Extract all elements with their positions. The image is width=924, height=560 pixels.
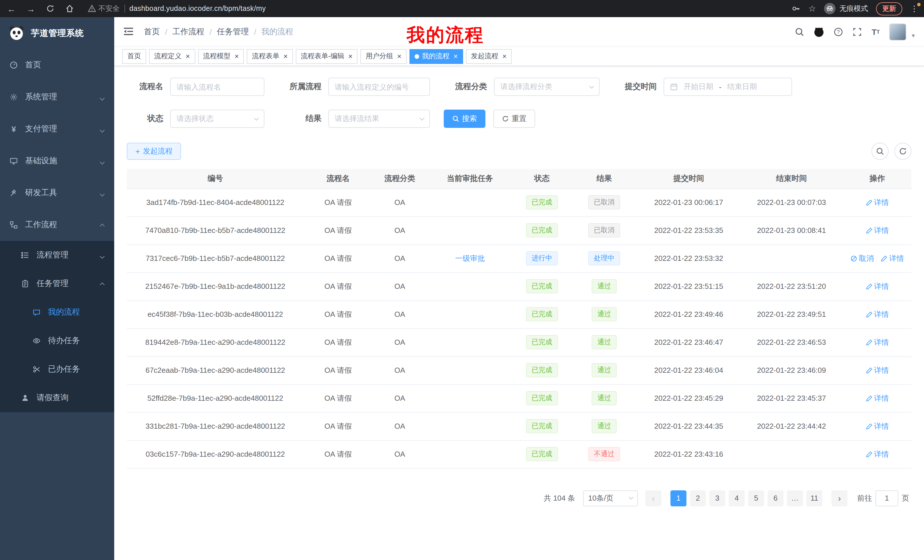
- category-select[interactable]: 请选择流程分类: [494, 78, 600, 96]
- cell-category: OA: [372, 328, 427, 356]
- fontsize-icon[interactable]: TT: [872, 27, 880, 36]
- next-page-button[interactable]: ›: [831, 490, 848, 506]
- home-icon[interactable]: [64, 3, 75, 14]
- logo-row[interactable]: 芋道管理系统: [0, 17, 114, 49]
- goto-page-input[interactable]: [876, 490, 898, 506]
- tab-1[interactable]: 首页: [122, 49, 146, 64]
- sidebar-item-payment[interactable]: ¥ 支付管理: [0, 113, 114, 145]
- page-button[interactable]: 4: [729, 490, 745, 506]
- tab-close-icon[interactable]: ×: [234, 52, 239, 60]
- detail-link[interactable]: 详情: [880, 253, 904, 264]
- help-icon[interactable]: ?: [834, 27, 843, 36]
- tab-2[interactable]: 流程定义×: [149, 49, 195, 64]
- sidebar-item-label: 研发工具: [25, 188, 57, 198]
- cell-end-time: 2022-01-22 23:49:51: [740, 300, 843, 328]
- date-range-input[interactable]: 开始日期 - 结束日期: [664, 78, 792, 96]
- page-button[interactable]: 5: [748, 490, 764, 506]
- address-bar[interactable]: 不安全 dashboard.yudao.iocoder.cn/bpm/task/…: [83, 4, 791, 13]
- browser-toolbar: ← → 不安全 dashboard.yudao.iocoder.cn/bpm/t…: [0, 0, 924, 17]
- page-button[interactable]: 2: [690, 490, 706, 506]
- page-button[interactable]: 3: [709, 490, 725, 506]
- tab-close-icon[interactable]: ×: [502, 52, 507, 60]
- tab-5[interactable]: 流程表单-编辑×: [296, 49, 358, 64]
- sidebar-item-process-mgmt[interactable]: 流程管理: [0, 241, 114, 270]
- current-task-link[interactable]: 一级审批: [455, 254, 485, 262]
- status-select[interactable]: 请选择状态: [170, 109, 264, 128]
- key-icon[interactable]: [791, 4, 800, 13]
- update-button[interactable]: 更新: [876, 2, 902, 15]
- create-process-button[interactable]: + 发起流程: [127, 143, 181, 160]
- detail-link[interactable]: 详情: [866, 225, 889, 235]
- avatar[interactable]: [890, 23, 907, 40]
- tab-3[interactable]: 流程模型×: [198, 49, 244, 64]
- sidebar-item-infrastructure[interactable]: 基础设施: [0, 145, 114, 177]
- page-ellipsis[interactable]: …: [787, 490, 803, 506]
- detail-link[interactable]: 详情: [866, 337, 889, 347]
- detail-link[interactable]: 详情: [866, 309, 889, 319]
- sidebar-item-home[interactable]: 首页: [0, 49, 114, 81]
- sidebar-item-my-process[interactable]: 我的流程: [0, 298, 114, 326]
- sidebar-item-done-tasks[interactable]: 已办任务: [0, 355, 114, 383]
- content: 流程名 所属流程 流程分类 请选择流程分类: [114, 66, 924, 560]
- show-search-button[interactable]: [872, 143, 889, 160]
- detail-link[interactable]: 详情: [866, 393, 889, 403]
- page-button[interactable]: 1: [670, 490, 686, 506]
- cell-submit-time: 2022-01-22 23:53:32: [638, 244, 740, 272]
- cancel-link[interactable]: 取消: [850, 253, 874, 264]
- page-button[interactable]: 6: [768, 490, 783, 506]
- tab-7[interactable]: 我的流程×: [410, 49, 463, 64]
- url-text[interactable]: dashboard.yudao.iocoder.cn/bpm/task/my: [129, 4, 266, 13]
- menu-dots-icon[interactable]: ⋮: [910, 4, 918, 13]
- sidebar-item-workflow[interactable]: 工作流程: [0, 209, 114, 241]
- detail-link[interactable]: 详情: [866, 281, 889, 291]
- detail-link[interactable]: 详情: [866, 365, 889, 375]
- security-warning[interactable]: 不安全: [88, 4, 120, 13]
- sidebar-item-devtools[interactable]: 研发工具: [0, 177, 114, 209]
- back-icon[interactable]: ←: [6, 3, 17, 14]
- page-button[interactable]: 11: [806, 490, 822, 506]
- process-def-input[interactable]: [328, 78, 430, 96]
- chevron-down-icon: [420, 115, 424, 120]
- tab-6[interactable]: 用户分组×: [361, 49, 406, 64]
- reload-icon[interactable]: [45, 3, 56, 14]
- search-icon[interactable]: [795, 27, 804, 36]
- detail-link[interactable]: 详情: [866, 449, 889, 459]
- github-icon[interactable]: [814, 27, 824, 37]
- breadcrumb-item[interactable]: 首页: [144, 27, 160, 37]
- forward-icon[interactable]: →: [25, 3, 36, 14]
- detail-link[interactable]: 详情: [866, 197, 889, 208]
- breadcrumb-item[interactable]: 任务管理: [217, 27, 249, 37]
- star-icon[interactable]: ☆: [808, 3, 816, 14]
- refresh-table-button[interactable]: [894, 143, 911, 160]
- breadcrumb-separator: /: [165, 27, 167, 36]
- tab-close-icon[interactable]: ×: [397, 52, 402, 60]
- fullscreen-icon[interactable]: [853, 27, 862, 36]
- page-size-select[interactable]: 10条/页: [583, 490, 638, 506]
- cell-id: 67c2eaab-7b9a-11ec-a290-acde48001122: [127, 356, 304, 384]
- sidebar-item-todo-tasks[interactable]: 待办任务: [0, 326, 114, 355]
- hamburger-icon[interactable]: [123, 26, 135, 37]
- caret-down-icon[interactable]: ▾: [912, 32, 915, 39]
- process-name-input[interactable]: [170, 78, 264, 96]
- app-shell: 芋道管理系统 首页 系统管理 ¥ 支付管理: [0, 17, 924, 560]
- prev-page-button[interactable]: ‹: [645, 490, 661, 506]
- sidebar-item-task-mgmt[interactable]: 任务管理: [0, 270, 114, 298]
- result-tag: 通过: [592, 419, 617, 433]
- tab-8[interactable]: 发起流程×: [466, 49, 512, 64]
- tab-label: 我的流程: [422, 51, 449, 61]
- tab-4[interactable]: 流程表单×: [247, 49, 292, 64]
- detail-link[interactable]: 详情: [866, 421, 889, 431]
- result-select[interactable]: 请选择流结果: [328, 109, 430, 128]
- tab-close-icon[interactable]: ×: [453, 52, 458, 60]
- edit-icon: [866, 451, 872, 458]
- reset-button[interactable]: 重置: [494, 109, 535, 128]
- breadcrumb-item[interactable]: 工作流程: [172, 27, 204, 37]
- sidebar-item-system[interactable]: 系统管理: [0, 81, 114, 113]
- search-button[interactable]: 搜索: [444, 109, 485, 128]
- tab-close-icon[interactable]: ×: [348, 52, 352, 60]
- tab-close-icon[interactable]: ×: [283, 52, 288, 60]
- cell-result: 通过: [571, 328, 638, 356]
- tab-close-icon[interactable]: ×: [186, 52, 190, 60]
- status-tag: 已完成: [526, 223, 558, 238]
- sidebar-item-leave-query[interactable]: 请假查询: [0, 383, 114, 412]
